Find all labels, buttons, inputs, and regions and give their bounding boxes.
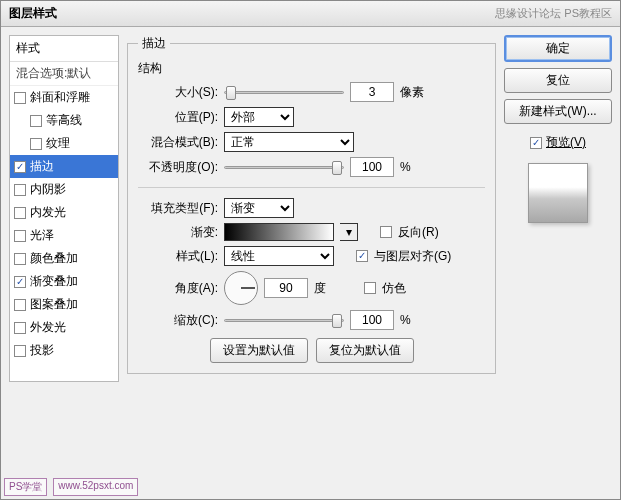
- style-checkbox[interactable]: [14, 92, 26, 104]
- angle-label: 角度(A):: [138, 280, 218, 297]
- style-item-label: 光泽: [30, 227, 54, 244]
- style-item-5[interactable]: 内发光: [10, 201, 118, 224]
- titlebar-right-text: 思缘设计论坛 PS教程区: [495, 6, 612, 21]
- style-item-10[interactable]: 外发光: [10, 316, 118, 339]
- grad-style-select[interactable]: 线性: [224, 246, 334, 266]
- style-label: 样式(L):: [138, 248, 218, 265]
- style-checkbox[interactable]: [14, 345, 26, 357]
- style-item-label: 外发光: [30, 319, 66, 336]
- style-checkbox[interactable]: [14, 230, 26, 242]
- style-checkbox[interactable]: [14, 161, 26, 173]
- style-header: 样式: [10, 36, 118, 62]
- style-item-7[interactable]: 颜色叠加: [10, 247, 118, 270]
- style-item-label: 内阴影: [30, 181, 66, 198]
- style-item-11[interactable]: 投影: [10, 339, 118, 362]
- style-checkbox[interactable]: [14, 276, 26, 288]
- style-item-0[interactable]: 斜面和浮雕: [10, 86, 118, 109]
- gradient-dropdown-icon[interactable]: ▾: [340, 223, 358, 241]
- style-item-9[interactable]: 图案叠加: [10, 293, 118, 316]
- style-item-label: 等高线: [46, 112, 82, 129]
- size-unit: 像素: [400, 84, 428, 101]
- style-item-label: 描边: [30, 158, 54, 175]
- preview-label: 预览(V): [546, 134, 586, 151]
- angle-unit: 度: [314, 280, 342, 297]
- dither-checkbox[interactable]: [364, 282, 376, 294]
- opacity-input[interactable]: [350, 157, 394, 177]
- style-checkbox[interactable]: [14, 299, 26, 311]
- cancel-button[interactable]: 复位: [504, 68, 612, 93]
- blending-options[interactable]: 混合选项:默认: [10, 62, 118, 86]
- watermark-tag: PS学堂: [4, 478, 47, 496]
- scale-input[interactable]: [350, 310, 394, 330]
- window-title: 图层样式: [9, 5, 57, 22]
- stroke-fieldset: 描边 结构 大小(S): 像素 位置(P): 外部 混合模式(B): 正常: [127, 35, 496, 374]
- action-panel: 确定 复位 新建样式(W)... 预览(V): [504, 35, 612, 382]
- gradient-swatch[interactable]: [224, 223, 334, 241]
- title-bar: 图层样式 思缘设计论坛 PS教程区: [1, 1, 620, 27]
- blend-mode-select[interactable]: 正常: [224, 132, 354, 152]
- style-checkbox[interactable]: [30, 138, 42, 150]
- style-item-1[interactable]: 等高线: [10, 109, 118, 132]
- opacity-label: 不透明度(O):: [138, 159, 218, 176]
- size-label: 大小(S):: [138, 84, 218, 101]
- angle-dial[interactable]: [224, 271, 258, 305]
- filltype-label: 填充类型(F):: [138, 200, 218, 217]
- style-checkbox[interactable]: [14, 184, 26, 196]
- style-checkbox[interactable]: [14, 253, 26, 265]
- structure-label: 结构: [138, 60, 485, 77]
- style-list-panel: 样式 混合选项:默认 斜面和浮雕等高线纹理描边内阴影内发光光泽颜色叠加渐变叠加图…: [9, 35, 119, 382]
- watermark-url: www.52psxt.com: [53, 478, 138, 496]
- layer-style-dialog: 图层样式 思缘设计论坛 PS教程区 样式 混合选项:默认 斜面和浮雕等高线纹理描…: [0, 0, 621, 500]
- scale-label: 缩放(C):: [138, 312, 218, 329]
- filltype-select[interactable]: 渐变: [224, 198, 294, 218]
- size-slider[interactable]: [224, 84, 344, 100]
- angle-input[interactable]: [264, 278, 308, 298]
- watermark: PS学堂 www.52psxt.com: [4, 478, 138, 496]
- settings-panel: 描边 结构 大小(S): 像素 位置(P): 外部 混合模式(B): 正常: [127, 35, 496, 382]
- style-checkbox[interactable]: [14, 207, 26, 219]
- reverse-label: 反向(R): [398, 224, 439, 241]
- reset-default-button[interactable]: 复位为默认值: [316, 338, 414, 363]
- style-item-label: 图案叠加: [30, 296, 78, 313]
- align-label: 与图层对齐(G): [374, 248, 451, 265]
- dither-label: 仿色: [382, 280, 406, 297]
- style-item-label: 纹理: [46, 135, 70, 152]
- preview-swatch: [528, 163, 588, 223]
- style-checkbox[interactable]: [30, 115, 42, 127]
- opacity-slider[interactable]: [224, 159, 344, 175]
- set-default-button[interactable]: 设置为默认值: [210, 338, 308, 363]
- position-select[interactable]: 外部: [224, 107, 294, 127]
- stroke-legend: 描边: [138, 35, 170, 52]
- style-item-2[interactable]: 纹理: [10, 132, 118, 155]
- opacity-unit: %: [400, 160, 428, 174]
- ok-button[interactable]: 确定: [504, 35, 612, 62]
- style-item-label: 斜面和浮雕: [30, 89, 90, 106]
- style-item-label: 投影: [30, 342, 54, 359]
- style-item-8[interactable]: 渐变叠加: [10, 270, 118, 293]
- style-item-label: 颜色叠加: [30, 250, 78, 267]
- style-item-4[interactable]: 内阴影: [10, 178, 118, 201]
- style-item-label: 内发光: [30, 204, 66, 221]
- scale-unit: %: [400, 313, 428, 327]
- style-item-label: 渐变叠加: [30, 273, 78, 290]
- gradient-label: 渐变:: [138, 224, 218, 241]
- align-checkbox[interactable]: [356, 250, 368, 262]
- style-checkbox[interactable]: [14, 322, 26, 334]
- preview-checkbox[interactable]: [530, 137, 542, 149]
- new-style-button[interactable]: 新建样式(W)...: [504, 99, 612, 124]
- style-item-6[interactable]: 光泽: [10, 224, 118, 247]
- scale-slider[interactable]: [224, 312, 344, 328]
- reverse-checkbox[interactable]: [380, 226, 392, 238]
- style-item-3[interactable]: 描边: [10, 155, 118, 178]
- blend-mode-label: 混合模式(B):: [138, 134, 218, 151]
- position-label: 位置(P):: [138, 109, 218, 126]
- size-input[interactable]: [350, 82, 394, 102]
